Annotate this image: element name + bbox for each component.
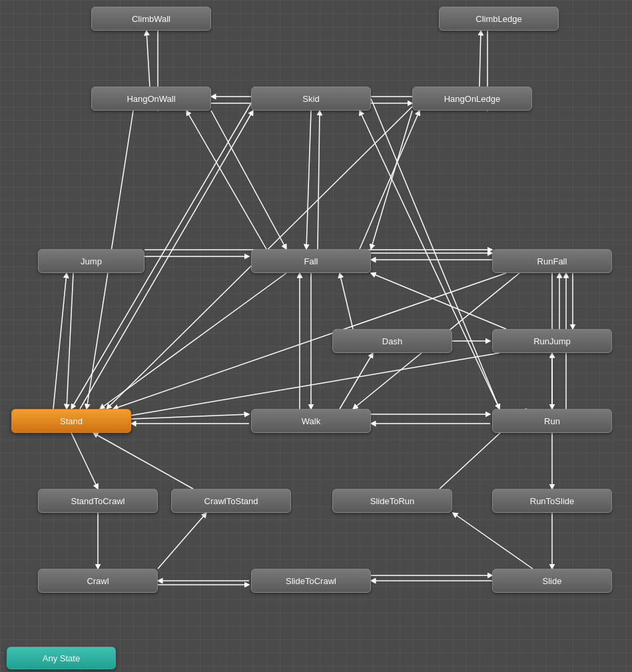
svg-line-22 [318,111,320,249]
state-node-jump[interactable]: Jump [38,249,145,273]
state-label-crawltostand: CrawlToStand [204,496,258,506]
state-node-climbwall[interactable]: ClimbWall [91,7,211,31]
svg-line-38 [71,433,98,489]
state-label-run: Run [544,416,560,426]
state-node-hangonledge[interactable]: HangOnLedge [412,87,532,111]
state-node-stand[interactable]: Stand [11,409,131,433]
state-node-crawltostand[interactable]: CrawlToStand [171,489,291,513]
state-label-climbwall: ClimbWall [132,14,170,24]
state-node-fall[interactable]: Fall [251,249,371,273]
svg-line-10 [53,273,67,409]
state-node-hangonwall[interactable]: HangOnWall [91,87,211,111]
state-label-crawl: Crawl [87,576,109,586]
svg-line-40 [158,513,206,569]
state-label-hangonwall: HangOnWall [127,94,175,104]
svg-line-36 [340,273,353,329]
svg-line-46 [453,513,533,569]
state-label-jump: Jump [81,256,102,266]
svg-line-11 [67,273,73,409]
state-label-walk: Walk [302,416,320,426]
svg-line-31 [371,99,499,409]
state-node-runtoslide[interactable]: RunToSlide [492,489,612,513]
state-label-hangonledge: HangOnLedge [444,94,501,104]
svg-line-37 [340,353,373,409]
state-node-run[interactable]: Run [492,409,612,433]
svg-line-5 [131,414,249,419]
state-node-dash[interactable]: Dash [332,329,452,353]
state-label-runfall: RunFall [537,256,567,266]
state-node-runfall[interactable]: RunFall [492,249,612,273]
state-label-skid: Skid [302,94,319,104]
svg-line-21 [306,111,311,249]
svg-line-41 [93,433,193,489]
state-node-walk[interactable]: Walk [251,409,371,433]
state-node-slidetocrawl[interactable]: SlideToCrawl [251,569,371,593]
state-node-skid[interactable]: Skid [251,87,371,111]
state-label-slidetorun: SlideToRun [370,496,415,506]
svg-line-30 [360,111,499,409]
state-node-slide[interactable]: Slide [492,569,612,593]
state-label-standtocrawl: StandToCrawl [71,496,125,506]
state-node-runjump[interactable]: RunJump [492,329,612,353]
state-label-climbledge: ClimbLedge [475,14,521,24]
state-node-slidetorun[interactable]: SlideToRun [332,489,452,513]
state-node-anystate[interactable]: Any State [7,647,116,669]
state-label-fall: Fall [304,256,318,266]
state-label-anystate: Any State [43,653,80,663]
state-node-standtocrawl[interactable]: StandToCrawl [38,489,158,513]
state-label-runtoslide: RunToSlide [530,496,575,506]
svg-line-35 [371,273,506,329]
state-label-slide: Slide [543,576,562,586]
state-label-stand: Stand [60,416,83,426]
state-node-climbledge[interactable]: ClimbLedge [439,7,559,31]
state-label-slidetocrawl: SlideToCrawl [286,576,336,586]
svg-line-13 [100,273,286,409]
svg-line-19 [211,111,286,249]
svg-line-23 [371,111,412,249]
state-label-runjump: RunJump [533,336,571,346]
svg-line-24 [360,111,420,249]
state-node-crawl[interactable]: Crawl [38,569,158,593]
state-label-dash: Dash [382,336,402,346]
svg-line-20 [186,111,266,249]
